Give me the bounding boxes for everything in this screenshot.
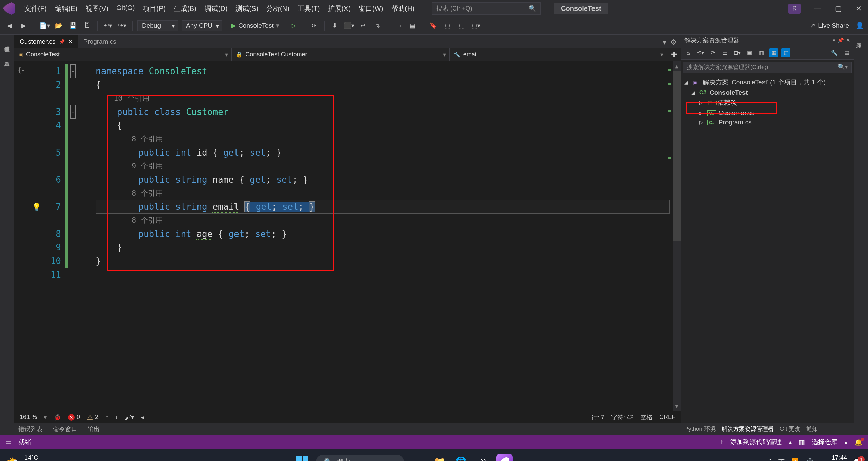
close-tab-icon[interactable]: ✕	[68, 39, 73, 45]
tray-chevron-icon[interactable]: ˄	[769, 458, 772, 461]
redo-icon[interactable]: ↷▾	[117, 20, 128, 31]
down-arrow-icon[interactable]: ↓	[115, 414, 118, 421]
undo-icon[interactable]: ↶▾	[102, 20, 113, 31]
output-tab-command[interactable]: 命令窗口	[53, 425, 77, 433]
tb-i2[interactable]: ▤	[407, 20, 418, 31]
config-dropdown[interactable]: Debug	[137, 20, 178, 31]
tab-program[interactable]: Program.cs	[78, 35, 122, 48]
rtab-sln[interactable]: 解决方案资源管理器	[722, 425, 774, 433]
nav-class[interactable]: 🔒 ConsoleTest.Customer	[232, 48, 449, 61]
nav-member[interactable]: 🔧 email	[450, 48, 667, 61]
status-scm[interactable]: 添加到源代码管理	[730, 438, 782, 446]
vertical-scrollbar[interactable]: ▴ ▾	[673, 61, 681, 411]
back-icon[interactable]: ◀	[4, 20, 15, 31]
home-icon[interactable]: ⌂	[684, 48, 693, 57]
zoom-chevron-icon[interactable]: ▾	[44, 414, 47, 421]
step3-icon[interactable]: ↵	[358, 20, 369, 31]
step4-icon[interactable]: ↴	[372, 20, 383, 31]
rtab-git[interactable]: Git 更改	[780, 425, 800, 433]
menu-item[interactable]: 编辑(E)	[51, 3, 82, 15]
taskbar-weather[interactable]: ⛅ 14°C 多云	[7, 454, 38, 461]
panel-close-icon[interactable]: ✕	[846, 37, 850, 43]
run-no-debug-icon[interactable]: ▷	[288, 20, 299, 31]
minimize-button[interactable]: —	[811, 2, 825, 15]
tree-deps[interactable]: ▷ ⬚⬚ 依赖项	[682, 97, 852, 108]
panel-dropdown-icon[interactable]: ▾	[833, 37, 835, 43]
warnings-count[interactable]: ⚠2	[87, 413, 98, 421]
bookmark-icon[interactable]: 🔖	[428, 20, 439, 31]
sidebar-properties[interactable]: 属性	[854, 35, 863, 43]
nav-project[interactable]: ▣ ConsoleTest	[14, 48, 232, 61]
explorer-icon[interactable]: 📁	[431, 454, 448, 461]
tab-customer[interactable]: Customer.cs 📌 ✕	[14, 35, 78, 48]
wrench2-icon[interactable]: 🔧	[830, 48, 839, 57]
up-arrow-icon[interactable]: ↑	[105, 414, 108, 421]
panel-pin-icon[interactable]: 📌	[837, 37, 844, 43]
edge-icon[interactable]: 🌐	[453, 454, 469, 461]
back2-icon[interactable]: ⟲▾	[696, 48, 705, 57]
pt-preview[interactable]: ▧	[781, 48, 790, 57]
platform-dropdown[interactable]: Any CPU	[182, 20, 222, 31]
code-editor[interactable]: {▾ 💡 1234567891011 −││−│││││││││││ names…	[14, 61, 681, 411]
pt-i4[interactable]: ▥	[757, 48, 766, 57]
bm1-icon[interactable]: ⬚	[442, 20, 453, 31]
output-icon[interactable]: ▭	[5, 438, 12, 446]
start-button[interactable]	[294, 454, 310, 461]
tb-i1[interactable]: ▭	[393, 20, 404, 31]
pt-show-all[interactable]: ▦	[769, 48, 778, 57]
pt-view[interactable]: ▤	[842, 48, 851, 57]
bm2-icon[interactable]: ⬚	[456, 20, 467, 31]
tree-project[interactable]: ◢ C# ConsoleTest	[682, 88, 852, 97]
panel-search[interactable]: 搜索解决方案资源管理器(Ctrl+;) 🔍▾	[683, 62, 852, 73]
taskbar-search[interactable]: 🔍 搜索	[316, 455, 404, 461]
pt-i2[interactable]: ⊟▾	[733, 48, 741, 57]
menu-item[interactable]: 生成(B)	[170, 3, 201, 15]
pin-icon[interactable]: 📌	[59, 39, 65, 44]
bell-icon[interactable]: 🔔	[854, 438, 863, 446]
split-icon[interactable]: ✚	[667, 48, 681, 61]
brush-icon[interactable]: 🖌▾	[125, 414, 134, 421]
zoom-level[interactable]: 161 %	[20, 414, 37, 421]
crlf-indicator[interactable]: CRLF	[659, 414, 675, 421]
solution-tree[interactable]: ◢ ▣ 解决方案 'ConsoleTest' (1 个项目，共 1 个) ◢ C…	[681, 75, 854, 129]
rtab-python[interactable]: Python 环境	[684, 425, 716, 433]
user-badge[interactable]: R	[788, 4, 801, 14]
spaces-indicator[interactable]: 空格	[640, 413, 653, 421]
open-icon[interactable]: 📂	[53, 20, 64, 31]
tree-solution[interactable]: ◢ ▣ 解决方案 'ConsoleTest' (1 个项目，共 1 个)	[682, 77, 852, 88]
menu-item[interactable]: 工具(T)	[294, 3, 324, 15]
ruler-icon[interactable]: ◂	[141, 414, 144, 421]
chevron-up2-icon[interactable]: ▴	[844, 438, 848, 446]
health-icon[interactable]: 🐞	[54, 414, 61, 421]
global-search[interactable]: 搜索 (Ctrl+Q) 🔍	[432, 2, 541, 15]
scroll-down-icon[interactable]: ▾	[673, 401, 681, 411]
menu-item[interactable]: 分析(N)	[262, 3, 294, 15]
taskbar-clock[interactable]: 17:44 2023/1/22	[820, 454, 847, 461]
tree-file-program[interactable]: ▷ C# Program.cs	[682, 118, 852, 127]
sync-icon[interactable]: ⟳	[708, 48, 717, 57]
step2-icon[interactable]: ⬛▾	[344, 20, 355, 31]
sidebar-server-explorer[interactable]: 服务器资源管理器	[2, 39, 12, 47]
bm3-icon[interactable]: ⬚▾	[471, 20, 482, 31]
pt-i1[interactable]: ☰	[720, 48, 729, 57]
close-button[interactable]: ✕	[852, 2, 865, 15]
col-indicator[interactable]: 字符: 42	[611, 413, 634, 421]
menu-item[interactable]: 文件(F)	[20, 3, 51, 15]
menu-item[interactable]: 视图(V)	[81, 3, 112, 15]
new-file-icon[interactable]: 📄▾	[39, 20, 50, 31]
sidebar-toolbox[interactable]: 工具箱	[2, 54, 12, 62]
menu-item[interactable]: 窗口(W)	[355, 3, 387, 15]
wifi-icon[interactable]: 📶	[791, 458, 799, 461]
hot-reload-icon[interactable]: ⟳	[309, 20, 320, 31]
store-icon[interactable]: 🛍	[475, 454, 491, 461]
notification-center[interactable]: 💬 1	[854, 458, 861, 461]
run-button[interactable]: ▶ ConsoleTest ▾	[226, 20, 285, 31]
menu-item[interactable]: 项目(P)	[139, 3, 170, 15]
tree-file-customer[interactable]: ▷ C# Customer.cs	[682, 108, 852, 118]
solution-name[interactable]: ConsoleTest	[554, 3, 608, 14]
forward-icon[interactable]: ▶	[18, 20, 29, 31]
step-icon[interactable]: ⬇	[329, 20, 340, 31]
tab-dropdown-icon[interactable]: ▾	[663, 38, 666, 47]
line-indicator[interactable]: 行: 7	[591, 413, 604, 421]
status-repo[interactable]: 选择仓库	[812, 438, 837, 446]
